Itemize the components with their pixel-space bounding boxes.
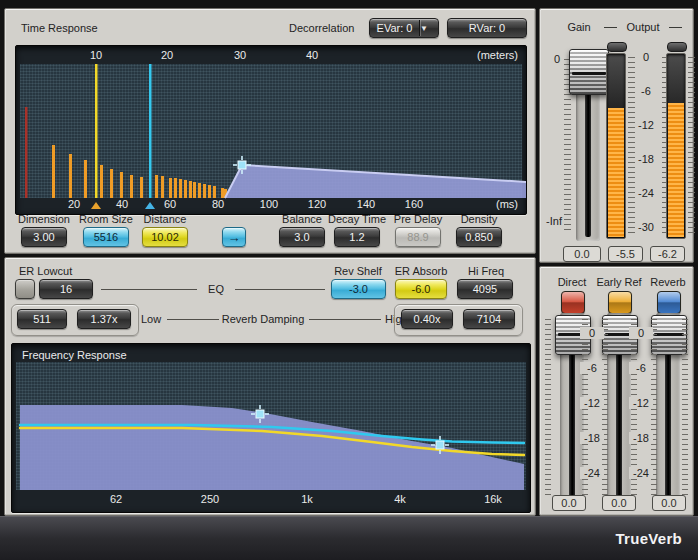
- time-ms-tick-label: 20: [68, 198, 80, 210]
- meter-scale-label: -18: [632, 153, 660, 165]
- meter-ruler-right: [662, 57, 666, 235]
- meter-scale-label: 0: [632, 51, 660, 63]
- mix-scale-label: -24: [629, 467, 653, 479]
- mix-scale-label: -6: [580, 362, 604, 374]
- mix-ruler: [545, 319, 551, 499]
- early-reflection-bar: [130, 175, 133, 198]
- reverb-envelope: [225, 165, 526, 198]
- damping-line-right: [309, 319, 381, 320]
- mix-scale-label: -12: [629, 397, 653, 409]
- hi-freq-label: Hi Freq: [451, 265, 521, 277]
- mix-scale-label: -18: [629, 432, 653, 444]
- early-reflection-bar: [198, 183, 201, 198]
- link-arrow-button[interactable]: →: [222, 227, 246, 247]
- dimension-value[interactable]: 3.00: [21, 227, 67, 247]
- meter-ruler-outer: [688, 57, 695, 235]
- left-clip-button[interactable]: [607, 42, 627, 52]
- rev-shelf-value[interactable]: -3.0: [331, 279, 386, 299]
- early-reflection-bar: [100, 165, 103, 198]
- right-output-meter: [666, 53, 686, 239]
- time-response-plot: [16, 46, 526, 214]
- er-lowcut-value[interactable]: 16: [39, 279, 93, 299]
- right-clip-button[interactable]: [667, 42, 687, 52]
- distance-marker-line[interactable]: [95, 64, 98, 198]
- damping-line-left: [167, 319, 219, 320]
- eq-line-left: [101, 289, 197, 290]
- early-reflection-bar: [84, 160, 87, 198]
- reverb-label: Reverb: [636, 276, 698, 288]
- early-reflection-bar: [174, 178, 177, 198]
- damp-high-freq-value[interactable]: 7104: [463, 309, 515, 329]
- output-panel: Gain Output 0 -Inf 0.0 -5.5 -6.2 0-6-12-…: [539, 8, 694, 263]
- er-lowcut-toggle[interactable]: [15, 279, 35, 299]
- damp-low-freq-value[interactable]: 511: [17, 309, 67, 329]
- density-label: Density: [439, 213, 519, 225]
- left-meter-fill: [608, 108, 624, 237]
- direct-readout[interactable]: 0.0: [552, 495, 586, 511]
- frequency-response-graph[interactable]: Frequency Response 622501k4k16k: [11, 343, 531, 513]
- damp-low-ratio-value[interactable]: 1.37x: [77, 309, 131, 329]
- room-size-value[interactable]: 5516: [83, 227, 129, 247]
- early-reflection-bar: [161, 176, 164, 198]
- output-dash-left: [604, 27, 617, 28]
- decay-time-value[interactable]: 1.2: [334, 227, 380, 247]
- mix-scale-label: -6: [629, 362, 653, 374]
- direct-sound-line: [25, 107, 28, 198]
- reverb-knob-notch: [654, 333, 684, 336]
- gain-knob-notch: [572, 72, 606, 75]
- meter-scale-label: -30: [632, 221, 660, 233]
- reverb-damping-label: Reverb Damping: [221, 313, 305, 325]
- time-response-graph[interactable]: 10203040(meters)20406080100120140160(ms): [15, 45, 527, 215]
- freq-tick-label: 62: [110, 493, 122, 505]
- right-meter-fill: [668, 103, 684, 237]
- right-meter-readout[interactable]: -6.2: [650, 246, 685, 262]
- time-meters-unit-label: (meters): [477, 49, 518, 61]
- rvar-button[interactable]: RVar: 0: [447, 18, 527, 38]
- time-ms-tick-label: 140: [357, 198, 375, 210]
- time-ms-unit-label: (ms): [496, 198, 518, 210]
- eq-panel: ER Lowcut 16 EQ Rev Shelf -3.0 ER Absorb…: [4, 257, 536, 516]
- pre-delay-value[interactable]: 88.9: [395, 227, 441, 247]
- spread-marker-line[interactable]: [149, 64, 152, 198]
- early-reflection-bar: [213, 186, 216, 198]
- balance-value[interactable]: 3.0: [279, 227, 325, 247]
- reverb-readout[interactable]: 0.0: [652, 495, 686, 511]
- time-ms-tick-label: 160: [405, 198, 423, 210]
- rev-shelf-label: Rev Shelf: [323, 265, 393, 277]
- gain-fader-knob[interactable]: [569, 49, 609, 95]
- distance-label: Distance: [125, 213, 205, 225]
- early-reflection-bar: [155, 175, 158, 198]
- mix-scale-label: -12: [580, 397, 604, 409]
- er-absorb-value[interactable]: -6.0: [395, 279, 447, 299]
- eq-label: EQ: [203, 283, 229, 295]
- early-reflection-bar: [110, 169, 113, 198]
- freq-tick-label: 4k: [394, 493, 406, 505]
- distance-marker-triangle[interactable]: [91, 202, 101, 209]
- early-reflection-bar: [203, 184, 206, 198]
- reverb-frequency-area: [20, 405, 524, 490]
- evar-dropdown[interactable]: EVar: 0 ▼: [369, 18, 439, 38]
- bottom-bar: TrueVerb: [0, 516, 698, 560]
- chevron-down-icon[interactable]: ▼: [420, 24, 438, 33]
- hi-freq-value[interactable]: 4095: [457, 279, 513, 299]
- spread-marker-triangle[interactable]: [145, 202, 155, 209]
- early-reflection-bar: [52, 145, 55, 198]
- meter-ruler-left: [628, 57, 635, 235]
- low-label: Low: [141, 313, 161, 325]
- damp-high-ratio-value[interactable]: 0.40x: [401, 309, 453, 329]
- frequency-response-plot: [12, 344, 530, 512]
- direct-solo-button[interactable]: [561, 291, 585, 314]
- mix-scale-label: 0: [580, 327, 604, 339]
- distance-value[interactable]: 10.02: [142, 227, 188, 247]
- early-ref-solo-button[interactable]: [608, 291, 632, 314]
- left-meter-readout[interactable]: -5.5: [608, 246, 643, 262]
- left-output-meter: [606, 53, 626, 239]
- early-reflection-bar: [169, 178, 172, 198]
- trueverb-plugin-window: Time Response Decorrelation EVar: 0 ▼ RV…: [0, 0, 698, 560]
- gain-inf-tick-label: -Inf: [540, 215, 562, 227]
- density-value[interactable]: 0.850: [456, 227, 502, 247]
- mix-scale-label: 0: [629, 327, 653, 339]
- gain-readout[interactable]: 0.0: [563, 246, 601, 262]
- time-ms-tick-label: 120: [308, 198, 326, 210]
- reverb-solo-button[interactable]: [657, 291, 681, 314]
